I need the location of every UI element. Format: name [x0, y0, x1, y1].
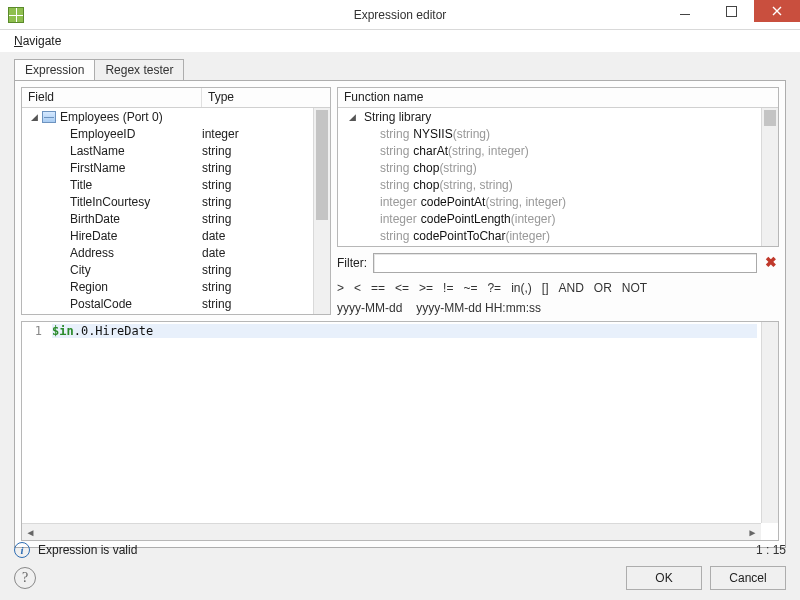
field-row[interactable]: TitleInCourtesystring: [22, 193, 330, 210]
minimize-button[interactable]: [662, 0, 708, 22]
function-row[interactable]: stringcharAt(string, integer): [338, 142, 778, 159]
field-name: LastName: [70, 144, 202, 158]
date-format-button[interactable]: yyyy-MM-dd HH:mm:ss: [416, 301, 541, 315]
function-row[interactable]: stringcodePointToChar(integer): [338, 227, 778, 244]
fields-root-label: Employees (Port 0): [60, 110, 163, 124]
operator-button[interactable]: <: [354, 281, 361, 295]
operator-button[interactable]: NOT: [622, 281, 647, 295]
editor-code-area[interactable]: $in.0.HireDate: [48, 322, 761, 523]
function-row[interactable]: integercodePointLength(integer): [338, 210, 778, 227]
status-message: Expression is valid: [38, 543, 137, 557]
operator-button[interactable]: OR: [594, 281, 612, 295]
fields-root-row[interactable]: ◢ Employees (Port 0): [22, 108, 330, 125]
field-name: EmployeeID: [70, 127, 202, 141]
field-type: date: [202, 246, 225, 260]
field-row[interactable]: Regionstring: [22, 278, 330, 295]
operator-button[interactable]: !=: [443, 281, 453, 295]
field-name: City: [70, 263, 202, 277]
operator-button[interactable]: ~=: [463, 281, 477, 295]
function-row[interactable]: stringNYSIIS(string): [338, 125, 778, 142]
operator-button[interactable]: <=: [395, 281, 409, 295]
function-row[interactable]: stringchop(string, string): [338, 176, 778, 193]
function-return-type: string: [380, 144, 409, 158]
functions-pane: Function name ◢ String library stringNYS…: [337, 87, 779, 247]
operator-button[interactable]: in(,): [511, 281, 532, 295]
functions-header-name[interactable]: Function name: [338, 88, 778, 107]
ok-button[interactable]: OK: [626, 566, 702, 590]
cancel-button[interactable]: Cancel: [710, 566, 786, 590]
close-button[interactable]: [754, 0, 800, 22]
function-name: NYSIIS: [413, 127, 452, 141]
function-return-type: string: [380, 161, 409, 175]
filter-label: Filter:: [337, 256, 367, 270]
operator-palette: ><==<=>=!=~=?=in(,)[]ANDORNOT: [337, 281, 779, 295]
date-format-palette: yyyy-MM-ddyyyy-MM-dd HH:mm:ss: [337, 301, 779, 315]
field-name: Title: [70, 178, 202, 192]
functions-header: Function name: [338, 88, 778, 108]
window-controls: [662, 0, 800, 22]
operator-button[interactable]: >: [337, 281, 344, 295]
filter-row: Filter: ✖: [337, 253, 779, 273]
function-library-row[interactable]: ◢ String library: [338, 108, 778, 125]
scroll-right-icon[interactable]: ►: [744, 524, 761, 541]
operator-button[interactable]: ?=: [487, 281, 501, 295]
operator-button[interactable]: AND: [558, 281, 583, 295]
function-name: chop: [413, 178, 439, 192]
functions-scrollbar[interactable]: [761, 108, 778, 246]
field-row[interactable]: LastNamestring: [22, 142, 330, 159]
collapse-icon[interactable]: ◢: [28, 111, 40, 123]
functions-body[interactable]: ◢ String library stringNYSIIS(string)str…: [338, 108, 778, 246]
field-row[interactable]: BirthDatestring: [22, 210, 330, 227]
field-type: string: [202, 314, 231, 315]
filter-input[interactable]: [373, 253, 757, 273]
help-icon[interactable]: ?: [14, 567, 36, 589]
function-return-type: string: [380, 178, 409, 192]
field-row[interactable]: Titlestring: [22, 176, 330, 193]
field-row[interactable]: EmployeeIDinteger: [22, 125, 330, 142]
fields-scrollbar[interactable]: [313, 108, 330, 314]
scroll-left-icon[interactable]: ◄: [22, 524, 39, 541]
menubar: Navigate: [0, 30, 800, 52]
app-icon: [8, 7, 24, 23]
tab-regex-tester[interactable]: Regex tester: [94, 59, 184, 80]
tab-panel-expression: Field Type ◢ Employees (Port 0) Employee…: [14, 80, 786, 548]
editor-gutter: 1: [22, 322, 48, 523]
function-row[interactable]: integercodePointAt(string, integer): [338, 193, 778, 210]
tab-expression[interactable]: Expression: [14, 59, 95, 80]
port-icon: [42, 111, 56, 123]
fields-body[interactable]: ◢ Employees (Port 0) EmployeeIDintegerLa…: [22, 108, 330, 314]
field-row[interactable]: HireDatedate: [22, 227, 330, 244]
field-row[interactable]: PostalCodestring: [22, 295, 330, 312]
editor-hscrollbar[interactable]: ◄ ►: [22, 523, 761, 540]
date-format-button[interactable]: yyyy-MM-dd: [337, 301, 402, 315]
field-type: integer: [202, 127, 239, 141]
operator-button[interactable]: >=: [419, 281, 433, 295]
fields-header-type[interactable]: Type: [202, 88, 330, 107]
maximize-button[interactable]: [708, 0, 754, 22]
code-editor[interactable]: 1 $in.0.HireDate ◄ ►: [21, 321, 779, 541]
field-type: string: [202, 280, 231, 294]
field-row[interactable]: Citystring: [22, 261, 330, 278]
titlebar: Expression editor: [0, 0, 800, 30]
function-name: codePointLength: [421, 212, 511, 226]
field-row[interactable]: Countrystring: [22, 312, 330, 314]
field-row[interactable]: Addressdate: [22, 244, 330, 261]
field-name: TitleInCourtesy: [70, 195, 202, 209]
line-number: 1: [35, 324, 42, 338]
operator-button[interactable]: []: [542, 281, 549, 295]
fields-header-field[interactable]: Field: [22, 88, 202, 107]
function-args: (integer): [511, 212, 556, 226]
operator-button[interactable]: ==: [371, 281, 385, 295]
content-area: Expression Regex tester Field Type ◢ Emp…: [0, 52, 800, 600]
editor-vscrollbar[interactable]: [761, 322, 778, 523]
function-row[interactable]: stringchop(string): [338, 159, 778, 176]
field-type: string: [202, 297, 231, 311]
menu-navigate[interactable]: Navigate: [8, 32, 67, 50]
clear-filter-icon[interactable]: ✖: [763, 255, 779, 271]
function-return-type: string: [380, 127, 409, 141]
field-name: HireDate: [70, 229, 202, 243]
collapse-icon[interactable]: ◢: [346, 111, 358, 123]
field-type: string: [202, 178, 231, 192]
caret-position: 1 : 15: [756, 543, 786, 557]
field-row[interactable]: FirstNamestring: [22, 159, 330, 176]
